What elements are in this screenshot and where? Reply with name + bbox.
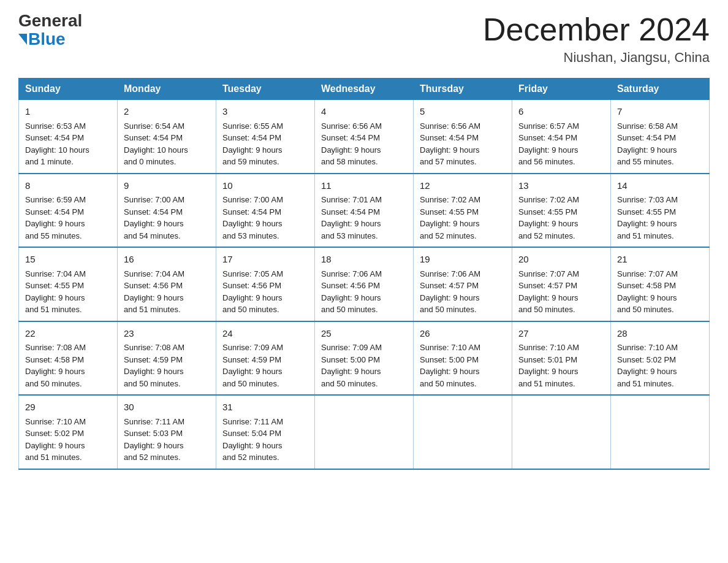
day-info: Sunrise: 7:09 AMSunset: 4:59 PMDaylight:… (222, 343, 283, 388)
day-number: 31 (222, 400, 308, 415)
calendar-cell: 12 Sunrise: 7:02 AMSunset: 4:55 PMDaylig… (414, 174, 512, 248)
day-number: 16 (124, 253, 210, 267)
day-number: 11 (321, 179, 407, 193)
calendar-cell: 11 Sunrise: 7:01 AMSunset: 4:54 PMDaylig… (315, 174, 414, 248)
day-number: 19 (420, 253, 506, 267)
header-monday: Monday (118, 79, 216, 100)
day-number: 24 (222, 327, 308, 341)
calendar-body: 1 Sunrise: 6:53 AMSunset: 4:54 PMDayligh… (19, 100, 710, 469)
day-number: 8 (25, 179, 111, 193)
calendar-cell: 25 Sunrise: 7:09 AMSunset: 5:00 PMDaylig… (315, 321, 414, 396)
day-info: Sunrise: 7:00 AMSunset: 4:54 PMDaylight:… (124, 195, 184, 240)
day-number: 9 (124, 179, 210, 193)
day-number: 6 (518, 105, 604, 119)
header-wednesday: Wednesday (315, 79, 414, 100)
day-number: 10 (222, 179, 308, 193)
calendar-cell: 8 Sunrise: 6:59 AMSunset: 4:54 PMDayligh… (19, 174, 118, 248)
calendar-cell: 21 Sunrise: 7:07 AMSunset: 4:58 PMDaylig… (611, 247, 710, 321)
calendar-week-row: 8 Sunrise: 6:59 AMSunset: 4:54 PMDayligh… (19, 174, 710, 248)
page-header: General Blue December 2024 Niushan, Jian… (18, 12, 710, 66)
calendar-cell: 26 Sunrise: 7:10 AMSunset: 5:00 PMDaylig… (414, 321, 512, 396)
logo: General Blue (18, 12, 82, 49)
day-number: 13 (518, 179, 604, 193)
day-number: 15 (25, 253, 111, 267)
calendar-cell: 4 Sunrise: 6:56 AMSunset: 4:54 PMDayligh… (315, 100, 414, 174)
day-info: Sunrise: 7:04 AMSunset: 4:55 PMDaylight:… (25, 269, 86, 315)
calendar-cell: 22 Sunrise: 7:08 AMSunset: 4:58 PMDaylig… (19, 321, 118, 396)
calendar-cell: 18 Sunrise: 7:06 AMSunset: 4:56 PMDaylig… (315, 247, 414, 321)
calendar-cell: 7 Sunrise: 6:58 AMSunset: 4:54 PMDayligh… (611, 100, 710, 174)
calendar-cell: 23 Sunrise: 7:08 AMSunset: 4:59 PMDaylig… (118, 321, 216, 396)
header-sunday: Sunday (19, 79, 118, 100)
day-info: Sunrise: 7:08 AMSunset: 4:58 PMDaylight:… (25, 343, 86, 388)
day-number: 22 (25, 327, 111, 341)
title-block: December 2024 Niushan, Jiangsu, China (483, 12, 710, 66)
calendar-cell: 27 Sunrise: 7:10 AMSunset: 5:01 PMDaylig… (512, 321, 611, 396)
day-number: 20 (518, 253, 604, 267)
calendar-cell (315, 395, 414, 469)
calendar-cell: 3 Sunrise: 6:55 AMSunset: 4:54 PMDayligh… (216, 100, 315, 174)
day-info: Sunrise: 7:07 AMSunset: 4:57 PMDaylight:… (518, 269, 579, 315)
day-info: Sunrise: 7:02 AMSunset: 4:55 PMDaylight:… (420, 195, 480, 240)
day-number: 28 (617, 327, 703, 341)
calendar-cell: 16 Sunrise: 7:04 AMSunset: 4:56 PMDaylig… (118, 247, 216, 321)
calendar-cell: 6 Sunrise: 6:57 AMSunset: 4:54 PMDayligh… (512, 100, 611, 174)
day-info: Sunrise: 7:10 AMSunset: 5:01 PMDaylight:… (518, 343, 579, 388)
calendar-cell (414, 395, 512, 469)
calendar-table: Sunday Monday Tuesday Wednesday Thursday… (18, 78, 710, 470)
calendar-cell: 29 Sunrise: 7:10 AMSunset: 5:02 PMDaylig… (19, 395, 118, 469)
calendar-cell: 17 Sunrise: 7:05 AMSunset: 4:56 PMDaylig… (216, 247, 315, 321)
day-info: Sunrise: 6:53 AMSunset: 4:54 PMDaylight:… (25, 121, 89, 167)
day-info: Sunrise: 7:09 AMSunset: 5:00 PMDaylight:… (321, 343, 382, 388)
day-info: Sunrise: 7:06 AMSunset: 4:56 PMDaylight:… (321, 269, 382, 315)
day-number: 3 (222, 105, 308, 119)
calendar-cell: 20 Sunrise: 7:07 AMSunset: 4:57 PMDaylig… (512, 247, 611, 321)
calendar-cell: 24 Sunrise: 7:09 AMSunset: 4:59 PMDaylig… (216, 321, 315, 396)
calendar-cell: 15 Sunrise: 7:04 AMSunset: 4:55 PMDaylig… (19, 247, 118, 321)
day-info: Sunrise: 6:58 AMSunset: 4:54 PMDaylight:… (617, 121, 678, 167)
weekday-header-row: Sunday Monday Tuesday Wednesday Thursday… (19, 79, 710, 100)
calendar-cell: 14 Sunrise: 7:03 AMSunset: 4:55 PMDaylig… (611, 174, 710, 248)
day-number: 14 (617, 179, 703, 193)
calendar-week-row: 29 Sunrise: 7:10 AMSunset: 5:02 PMDaylig… (19, 395, 710, 469)
calendar-header: Sunday Monday Tuesday Wednesday Thursday… (19, 79, 710, 100)
day-info: Sunrise: 7:01 AMSunset: 4:54 PMDaylight:… (321, 195, 382, 240)
day-number: 17 (222, 253, 308, 267)
calendar-cell: 2 Sunrise: 6:54 AMSunset: 4:54 PMDayligh… (118, 100, 216, 174)
day-number: 30 (124, 400, 210, 415)
day-info: Sunrise: 7:08 AMSunset: 4:59 PMDaylight:… (124, 343, 184, 388)
day-info: Sunrise: 7:06 AMSunset: 4:57 PMDaylight:… (420, 269, 480, 315)
header-saturday: Saturday (611, 79, 710, 100)
day-info: Sunrise: 6:56 AMSunset: 4:54 PMDaylight:… (420, 121, 480, 167)
day-number: 18 (321, 253, 407, 267)
day-number: 5 (420, 105, 506, 119)
day-info: Sunrise: 7:10 AMSunset: 5:00 PMDaylight:… (420, 343, 480, 388)
calendar-cell: 10 Sunrise: 7:00 AMSunset: 4:54 PMDaylig… (216, 174, 315, 248)
calendar-cell: 5 Sunrise: 6:56 AMSunset: 4:54 PMDayligh… (414, 100, 512, 174)
day-number: 23 (124, 327, 210, 341)
day-info: Sunrise: 7:10 AMSunset: 5:02 PMDaylight:… (617, 343, 678, 388)
day-info: Sunrise: 6:56 AMSunset: 4:54 PMDaylight:… (321, 121, 382, 167)
day-info: Sunrise: 7:05 AMSunset: 4:56 PMDaylight:… (222, 269, 283, 315)
calendar-cell: 19 Sunrise: 7:06 AMSunset: 4:57 PMDaylig… (414, 247, 512, 321)
month-title: December 2024 (483, 12, 710, 47)
day-number: 26 (420, 327, 506, 341)
calendar-cell (611, 395, 710, 469)
day-info: Sunrise: 7:02 AMSunset: 4:55 PMDaylight:… (518, 195, 579, 240)
day-info: Sunrise: 7:03 AMSunset: 4:55 PMDaylight:… (617, 195, 678, 240)
logo-triangle-icon (18, 34, 27, 45)
header-tuesday: Tuesday (216, 79, 315, 100)
calendar-cell (512, 395, 611, 469)
calendar-cell: 28 Sunrise: 7:10 AMSunset: 5:02 PMDaylig… (611, 321, 710, 396)
calendar-cell: 1 Sunrise: 6:53 AMSunset: 4:54 PMDayligh… (19, 100, 118, 174)
calendar-cell: 31 Sunrise: 7:11 AMSunset: 5:04 PMDaylig… (216, 395, 315, 469)
day-info: Sunrise: 7:07 AMSunset: 4:58 PMDaylight:… (617, 269, 678, 315)
header-thursday: Thursday (414, 79, 512, 100)
day-info: Sunrise: 7:11 AMSunset: 5:03 PMDaylight:… (124, 417, 184, 462)
calendar-week-row: 22 Sunrise: 7:08 AMSunset: 4:58 PMDaylig… (19, 321, 710, 396)
day-info: Sunrise: 6:54 AMSunset: 4:54 PMDaylight:… (124, 121, 188, 167)
day-number: 21 (617, 253, 703, 267)
location-subtitle: Niushan, Jiangsu, China (483, 50, 710, 66)
calendar-cell: 9 Sunrise: 7:00 AMSunset: 4:54 PMDayligh… (118, 174, 216, 248)
day-info: Sunrise: 6:59 AMSunset: 4:54 PMDaylight:… (25, 195, 86, 240)
